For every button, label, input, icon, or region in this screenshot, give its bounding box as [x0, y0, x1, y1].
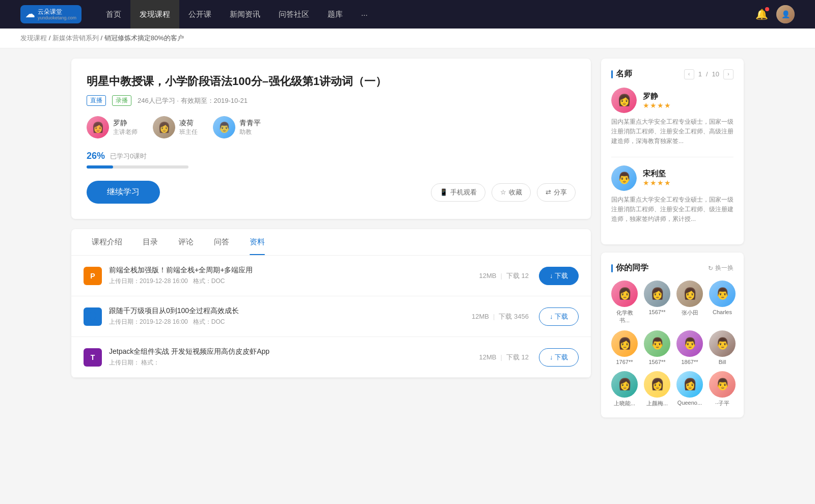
progress-percent: 26%	[87, 151, 105, 161]
classmate-avatar-5: 👨	[644, 330, 670, 357]
continue-button[interactable]: 继续学习	[87, 181, 160, 204]
tag-record: 录播	[112, 95, 131, 106]
action-buttons: 📱 手机观看 ☆ 收藏 ⇄ 分享	[431, 183, 576, 202]
file-item-2: T Jetpack全组件实战 开发短视频应用高仿皮皮虾App 上传日期： 格式：…	[71, 337, 591, 378]
teacher-divider	[611, 157, 734, 157]
user-avatar-nav[interactable]: 👤	[776, 5, 795, 23]
classmate-name-2: 张小田	[682, 309, 698, 317]
classmate-avatar-1: 👩	[644, 281, 670, 307]
teachers-next-button[interactable]: ›	[723, 69, 734, 79]
classmate-name-4: 1767**	[616, 359, 633, 365]
file-stats-0: 12MB | 下载 12	[479, 271, 528, 281]
classmate-avatar-4: 👩	[611, 330, 638, 357]
nav-item-qa[interactable]: 问答社区	[269, 0, 318, 29]
tag-live: 直播	[87, 95, 106, 106]
file-icon-0: P	[84, 267, 102, 285]
file-meta-1: 上传日期：2019-12-28 16:00 格式：DOC	[109, 318, 472, 326]
nav-item-more[interactable]: ···	[352, 0, 377, 29]
instructor-avatar-2: 👨	[213, 116, 235, 138]
teachers-panel-header: 名师 ‹ 1 / 10 ›	[611, 69, 734, 79]
teacher-stars-0: ★★★★	[643, 101, 671, 109]
breadcrumb-sep-1: /	[49, 34, 52, 42]
teacher-stars-1: ★★★★	[643, 179, 671, 187]
classmate-2: 👩 张小田	[676, 281, 703, 324]
download-button-2[interactable]: ↓ 下载	[539, 348, 579, 367]
classmate-3: 👨 Charles	[709, 281, 736, 324]
teachers-panel-nav: ‹ 1 / 10 ›	[684, 69, 734, 79]
classmate-avatar-0: 👩	[611, 281, 638, 307]
classmate-6: 👨 1867**	[676, 330, 703, 365]
teacher-info-0: 罗静 ★★★★	[643, 92, 671, 109]
course-card: 明星中教授课，小学阶段语法100分–强化级第1讲动词（一） 直播 录播 246人…	[71, 59, 591, 219]
main-container: 明星中教授课，小学阶段语法100分–强化级第1讲动词（一） 直播 录播 246人…	[51, 48, 764, 436]
nav-item-home[interactable]: 首页	[97, 0, 130, 29]
file-item-0: P 前端全栈加强版！前端全栈+全周期+多端应用 上传日期：2019-12-28 …	[71, 256, 591, 296]
nav-item-open[interactable]: 公开课	[179, 0, 221, 29]
file-info-2: Jetpack全组件实战 开发短视频应用高仿皮皮虾App 上传日期： 格式：	[109, 347, 479, 367]
share-button[interactable]: ⇄ 分享	[537, 183, 576, 202]
tab-intro[interactable]: 课程介绍	[82, 229, 132, 255]
classmate-name-3: Charles	[713, 309, 732, 315]
instructors: 👩 罗静 主讲老师 👩 凌荷 班主任	[87, 116, 576, 138]
teachers-panel: 名师 ‹ 1 / 10 › 👩 罗静 ★★★★	[601, 59, 744, 244]
teacher-top-1: 👨 宋利坚 ★★★★	[611, 165, 734, 191]
classmate-1: 👩 1567**	[644, 281, 670, 324]
progress-note: 已学习0课时	[110, 152, 147, 161]
classmate-name-9: 上颜梅...	[646, 400, 668, 407]
breadcrumb-link-2[interactable]: 新媒体营销系列	[52, 34, 99, 42]
classmate-avatar-10: 👩	[676, 371, 703, 398]
teachers-prev-button[interactable]: ‹	[684, 69, 694, 79]
classmate-9: 👩 上颜梅...	[644, 371, 670, 407]
nav-right: 🔔 👤	[755, 5, 795, 23]
teachers-page-sep: /	[706, 70, 708, 78]
tab-qa[interactable]: 问答	[204, 229, 239, 255]
logo-icon: ☁	[25, 9, 35, 20]
tab-material[interactable]: 资料	[239, 229, 275, 255]
file-info-0: 前端全栈加强版！前端全栈+全周期+多端应用 上传日期：2019-12-28 16…	[109, 266, 479, 286]
instructor-role-0: 主讲老师	[113, 128, 138, 136]
breadcrumb-sep-2: /	[100, 34, 104, 42]
file-icon-1: 👤	[84, 307, 102, 326]
download-button-1[interactable]: ↓ 下载	[539, 307, 579, 326]
teacher-desc-0: 国内某重点大学安全工程专业硕士，国家一级注册消防工程师、注册安全工程师、高级注册…	[611, 117, 734, 147]
classmates-grid: 👩 化学教书... 👩 1567** 👩 张小田 👨 Charles 👩	[611, 281, 734, 407]
tab-catalog[interactable]: 目录	[132, 229, 168, 255]
left-panel: 明星中教授课，小学阶段语法100分–强化级第1讲动词（一） 直播 录播 246人…	[71, 59, 591, 426]
download-button-0[interactable]: ↓ 下载	[539, 267, 579, 285]
teacher-item-0: 👩 罗静 ★★★★ 国内某重点大学安全工程专业硕士，国家一级注册消防工程师、注册…	[611, 88, 734, 147]
instructor-role-1: 班主任	[179, 128, 198, 136]
classmate-name-10: Queeno...	[677, 400, 702, 406]
teacher-desc-1: 国内某重点大学安全工程专业硕士，国家一级注册消防工程师、注册安全工程师、级注册建…	[611, 195, 734, 225]
teacher-info-1: 宋利坚 ★★★★	[643, 169, 671, 187]
progress-bar-fill	[87, 165, 113, 169]
logo[interactable]: ☁ 云朵课堂 yunduoketang.com	[20, 5, 82, 23]
refresh-classmates-button[interactable]: ↻ 换一换	[708, 264, 734, 272]
bell-icon[interactable]: 🔔	[755, 8, 768, 20]
breadcrumb-link-1[interactable]: 发现课程	[20, 34, 47, 42]
course-meta: 直播 录播 246人已学习 · 有效期至：2019-10-21	[87, 95, 576, 106]
teachers-page-total: 10	[712, 70, 719, 78]
classmate-avatar-3: 👨	[709, 281, 736, 307]
tab-review[interactable]: 评论	[168, 229, 204, 255]
classmate-name-5: 1567**	[648, 359, 665, 365]
file-title-0: 前端全栈加强版！前端全栈+全周期+多端应用	[109, 266, 479, 275]
notification-dot	[765, 7, 769, 11]
classmate-name-0: 化学教书...	[611, 309, 638, 324]
progress-area: 26% 已学习0课时	[87, 151, 576, 169]
logo-sub: yunduoketang.com	[38, 15, 76, 20]
nav-item-quiz[interactable]: 题库	[318, 0, 352, 29]
nav-item-news[interactable]: 新闻资讯	[221, 0, 269, 29]
right-panel: 名师 ‹ 1 / 10 › 👩 罗静 ★★★★	[601, 59, 744, 426]
classmate-avatar-7: 👨	[709, 330, 736, 357]
teacher-avatar-0: 👩	[611, 88, 637, 113]
nav-item-discover[interactable]: 发现课程	[130, 0, 179, 29]
instructor-1: 👩 凌荷 班主任	[153, 116, 198, 138]
mobile-view-button[interactable]: 📱 手机观看	[431, 183, 485, 202]
instructor-name-0: 罗静	[113, 119, 138, 128]
classmates-header: 你的同学 ↻ 换一换	[611, 263, 734, 273]
instructor-0: 👩 罗静 主讲老师	[87, 116, 138, 138]
collect-button[interactable]: ☆ 收藏	[492, 183, 531, 202]
classmate-7: 👨 Bill	[709, 330, 736, 365]
classmate-name-7: Bill	[719, 359, 726, 365]
classmate-avatar-8: 👩	[611, 371, 638, 398]
